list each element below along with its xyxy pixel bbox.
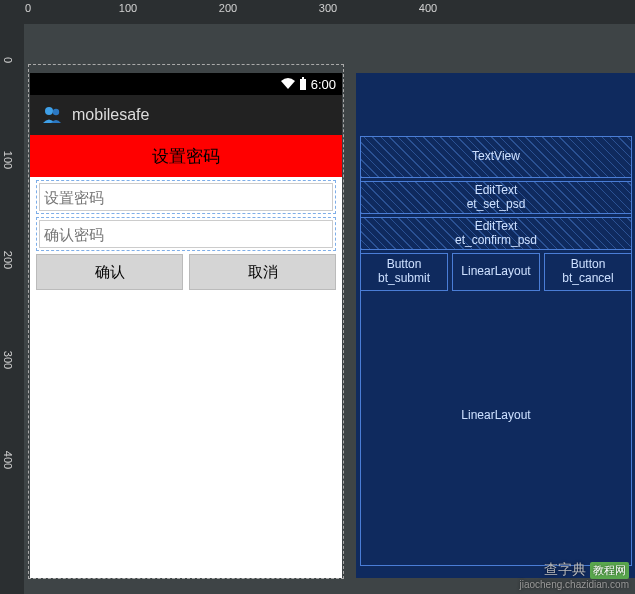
svg-rect-0: [300, 79, 306, 90]
ruler-h-tick: 400: [419, 2, 437, 14]
ruler-v-tick: 200: [2, 251, 14, 269]
ruler-v-tick: 100: [2, 151, 14, 169]
ruler-h-tick: 100: [119, 2, 137, 14]
app-toolbar: mobilesafe: [30, 95, 342, 135]
confirm-password-field-wrap: [36, 217, 336, 251]
blueprint-panel[interactable]: TextView EditText et_set_psd EditText et…: [356, 73, 635, 578]
bp-textview-label: TextView: [472, 150, 520, 164]
set-password-input[interactable]: [39, 183, 333, 211]
submit-button[interactable]: 确认: [36, 254, 183, 290]
dialog-button-row: 确认 取消: [36, 254, 336, 290]
app-icon: [42, 106, 64, 124]
status-bar-time: 6:00: [311, 77, 336, 92]
set-password-field-wrap: [36, 180, 336, 214]
android-status-bar: 6:00: [30, 73, 342, 95]
battery-icon: [299, 77, 307, 91]
ruler-v-tick: 400: [2, 451, 14, 469]
svg-point-3: [53, 109, 59, 115]
svg-rect-1: [302, 77, 304, 79]
cancel-button[interactable]: 取消: [189, 254, 336, 290]
svg-point-2: [45, 107, 53, 115]
bp-root-label: LinearLayout: [461, 409, 530, 423]
bp-edittext-confirm[interactable]: EditText et_confirm_psd: [360, 217, 632, 250]
bp-button-submit[interactable]: Button bt_submit: [360, 253, 448, 291]
screen-title: 设置密码: [30, 135, 342, 177]
ruler-h-tick: 200: [219, 2, 237, 14]
bp-bt-submit-id: bt_submit: [378, 272, 430, 286]
ruler-h-tick: 300: [319, 2, 337, 14]
bp-button-cancel[interactable]: Button bt_cancel: [544, 253, 632, 291]
bp-et-confirm-type: EditText: [475, 220, 518, 234]
ruler-v-tick: 300: [2, 351, 14, 369]
bp-et-set-id: et_set_psd: [467, 198, 526, 212]
horizontal-ruler: 0 100 200 300 400: [0, 0, 635, 24]
bp-textview[interactable]: TextView: [360, 136, 632, 178]
screen-title-text: 设置密码: [152, 145, 220, 168]
bp-et-confirm-id: et_confirm_psd: [455, 234, 537, 248]
bp-bt-submit-type: Button: [387, 258, 422, 272]
ruler-h-tick: 0: [25, 2, 31, 14]
bp-et-set-type: EditText: [475, 184, 518, 198]
bp-edittext-set[interactable]: EditText et_set_psd: [360, 181, 632, 214]
ruler-v-tick: 0: [2, 57, 14, 63]
confirm-password-input[interactable]: [39, 220, 333, 248]
app-name-label: mobilesafe: [72, 106, 149, 124]
watermark-url: jiaocheng.chazidian.com: [519, 579, 629, 590]
bp-bt-cancel-type: Button: [571, 258, 606, 272]
device-preview[interactable]: 6:00 mobilesafe 设置密码 确认 取消: [30, 73, 342, 578]
vertical-ruler: 0 100 200 300 400: [0, 0, 24, 594]
bp-row-container-label: LinearLayout: [461, 265, 530, 279]
bp-bt-cancel-id: bt_cancel: [562, 272, 613, 286]
watermark-badge: 教程网: [590, 562, 629, 579]
design-canvas[interactable]: 6:00 mobilesafe 设置密码 确认 取消: [24, 24, 635, 594]
watermark-text: 查字典: [544, 561, 586, 579]
bp-linearlayout-row[interactable]: LinearLayout: [452, 253, 540, 291]
wifi-icon: [281, 78, 295, 90]
watermark: 查字典 教程网 jiaocheng.chazidian.com: [519, 561, 629, 590]
